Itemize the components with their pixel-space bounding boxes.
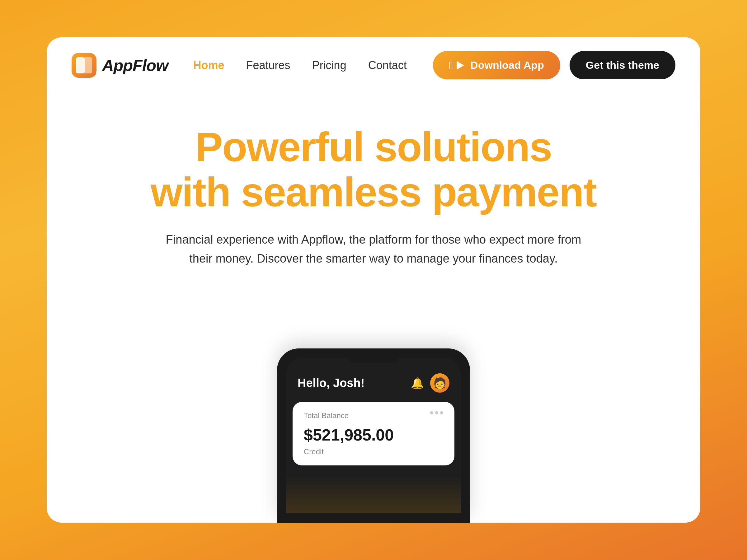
logo-icon bbox=[72, 53, 97, 78]
credit-label: Credit bbox=[304, 447, 443, 456]
balance-label: Total Balance bbox=[304, 411, 349, 420]
nav-actions:  Download App Get this theme bbox=[433, 51, 675, 79]
phone-header: Hello, Josh! 🔔 🧑 bbox=[286, 358, 461, 399]
download-label: Download App bbox=[470, 59, 544, 71]
theme-label: Get this theme bbox=[586, 59, 659, 71]
balance-amount: $521,985.00 bbox=[304, 426, 443, 444]
navbar: AppFlow Home Features Pricing Contact  … bbox=[47, 37, 700, 93]
hero-title-line1: Powerful solutions bbox=[196, 124, 552, 170]
nav-links: Home Features Pricing Contact bbox=[193, 59, 433, 72]
logo-area: AppFlow bbox=[72, 53, 169, 78]
store-icons:  bbox=[449, 60, 465, 71]
dot3 bbox=[440, 411, 443, 415]
play-store-icon bbox=[455, 60, 465, 70]
nav-link-pricing[interactable]: Pricing bbox=[312, 59, 346, 72]
hero-subtitle: Financial experience with Appflow, the p… bbox=[156, 230, 591, 268]
phone-header-icons: 🔔 🧑 bbox=[411, 373, 449, 393]
main-window: AppFlow Home Features Pricing Contact  … bbox=[47, 37, 700, 523]
nav-link-features[interactable]: Features bbox=[246, 59, 290, 72]
card-menu-dots bbox=[430, 411, 443, 415]
phone-greeting: Hello, Josh! bbox=[298, 376, 364, 390]
phone-mockup: Hello, Josh! 🔔 🧑 Total Balance bbox=[277, 348, 470, 523]
phone-notch bbox=[349, 355, 398, 364]
apple-icon:  bbox=[449, 60, 453, 71]
balance-card: Total Balance $521,985.00 Credit bbox=[292, 402, 455, 465]
avatar-emoji: 🧑 bbox=[433, 377, 446, 389]
phone-gradient bbox=[286, 476, 461, 513]
hero-title-line2: with seamless payment bbox=[151, 169, 597, 215]
download-app-button[interactable]:  Download App bbox=[433, 51, 560, 79]
hero-section: Powerful solutions with seamless payment… bbox=[47, 93, 700, 523]
dot1 bbox=[430, 411, 433, 415]
hero-title: Powerful solutions with seamless payment bbox=[151, 125, 597, 215]
get-theme-button[interactable]: Get this theme bbox=[570, 51, 675, 79]
phone-container: Hello, Josh! 🔔 🧑 Total Balance bbox=[277, 293, 470, 523]
nav-link-home[interactable]: Home bbox=[193, 59, 225, 72]
avatar: 🧑 bbox=[430, 373, 449, 393]
logo-text: AppFlow bbox=[102, 56, 169, 75]
phone-screen: Hello, Josh! 🔔 🧑 Total Balance bbox=[286, 358, 461, 513]
bell-icon: 🔔 bbox=[411, 377, 424, 389]
card-header-row: Total Balance bbox=[304, 411, 443, 423]
nav-link-contact[interactable]: Contact bbox=[368, 59, 407, 72]
dot2 bbox=[435, 411, 438, 415]
